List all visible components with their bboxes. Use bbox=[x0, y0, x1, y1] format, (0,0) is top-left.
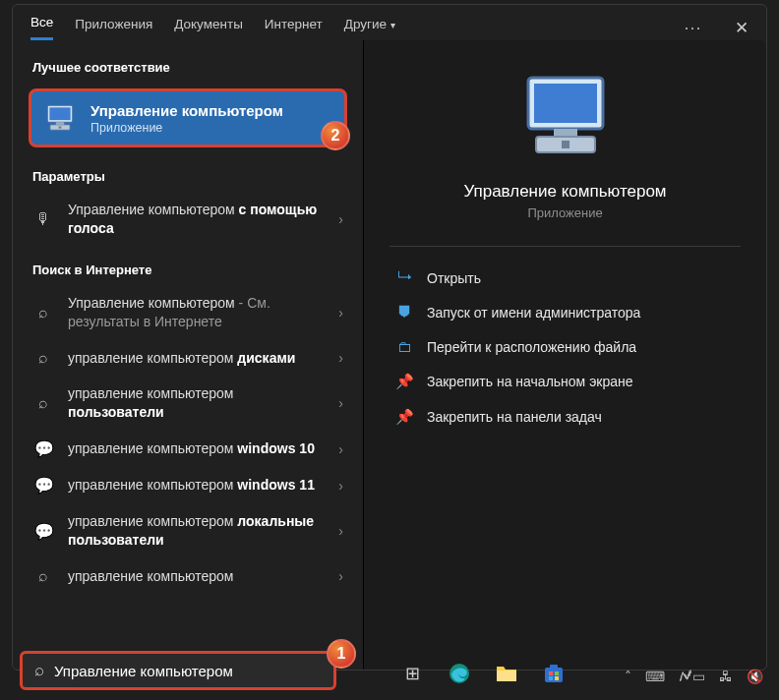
tab-documents[interactable]: Документы bbox=[174, 17, 243, 39]
annotation-badge-1: 1 bbox=[327, 639, 356, 669]
results-pane: Лучшее соответствие Управление компьютер… bbox=[13, 40, 363, 670]
web-result[interactable]: 💬 управление компьютером windows 11 › bbox=[13, 467, 363, 503]
microsoft-store-icon[interactable] bbox=[539, 659, 569, 688]
more-options-button[interactable]: ⋯ bbox=[684, 17, 703, 38]
svg-rect-6 bbox=[534, 84, 597, 123]
close-button[interactable]: ✕ bbox=[735, 18, 749, 38]
system-tray: ˄ ⌨ 🗲▭ 🖧 🔇 bbox=[625, 669, 763, 684]
taskbar-pinned: ⊞ bbox=[397, 659, 569, 688]
start-search-window: Все Приложения Документы Интернет Другие… bbox=[12, 4, 767, 671]
tab-apps[interactable]: Приложения bbox=[75, 17, 152, 39]
chevron-right-icon: › bbox=[338, 305, 343, 321]
result-text: управление компьютером локальные пользов… bbox=[68, 512, 323, 550]
search-icon: ⌕ bbox=[34, 394, 52, 412]
app-large-icon bbox=[518, 70, 613, 164]
detail-pane: Управление компьютером Приложение ⮡ Откр… bbox=[363, 40, 766, 670]
action-open[interactable]: ⮡ Открыть bbox=[390, 261, 741, 295]
best-match-result[interactable]: Управление компьютером Приложение 2 bbox=[29, 88, 347, 147]
tab-internet[interactable]: Интернет bbox=[265, 17, 323, 39]
svg-rect-11 bbox=[497, 671, 516, 681]
microphone-icon: 🎙 bbox=[34, 210, 52, 228]
chevron-right-icon: › bbox=[338, 350, 343, 366]
action-open-location[interactable]: 🗀 Перейти к расположению файла bbox=[390, 329, 741, 364]
svg-rect-7 bbox=[554, 129, 577, 137]
web-result[interactable]: 💬 управление компьютером локальные польз… bbox=[13, 503, 363, 558]
section-best-match: Лучшее соответствие bbox=[13, 44, 363, 83]
detail-subtitle: Приложение bbox=[527, 205, 602, 220]
edge-icon[interactable] bbox=[445, 659, 474, 688]
chevron-right-icon: › bbox=[338, 211, 343, 227]
result-text: управление компьютером дисками bbox=[68, 349, 323, 368]
action-label: Закрепить на начальном экране bbox=[427, 374, 633, 389]
keyboard-icon[interactable]: ⌨ bbox=[645, 669, 665, 684]
search-icon: ⌕ bbox=[34, 349, 52, 367]
svg-rect-14 bbox=[549, 671, 553, 675]
svg-rect-1 bbox=[49, 107, 70, 120]
result-text: Управление компьютером с помощью голоса bbox=[68, 201, 323, 238]
svg-rect-2 bbox=[56, 122, 65, 125]
svg-rect-16 bbox=[549, 676, 553, 680]
computer-management-icon bbox=[43, 101, 77, 135]
web-result[interactable]: 💬 управление компьютером windows 10 › bbox=[13, 431, 363, 467]
chevron-right-icon: › bbox=[338, 441, 343, 457]
result-text: управление компьютером пользователи bbox=[68, 384, 323, 422]
search-input[interactable] bbox=[54, 663, 322, 679]
chat-icon: 💬 bbox=[34, 439, 52, 458]
action-pin-taskbar[interactable]: 📌 Закрепить на панели задач bbox=[390, 399, 741, 435]
chevron-right-icon: › bbox=[338, 568, 343, 584]
tray-overflow-icon[interactable]: ˄ bbox=[625, 669, 631, 684]
web-result[interactable]: ⌕ управление компьютером дисками › bbox=[13, 340, 363, 377]
svg-rect-17 bbox=[555, 676, 559, 680]
annotation-badge-2: 2 bbox=[321, 121, 350, 150]
result-text: управление компьютером windows 11 bbox=[68, 476, 323, 495]
task-view-icon[interactable]: ⊞ bbox=[397, 659, 427, 688]
section-settings: Параметры bbox=[13, 153, 363, 192]
settings-result[interactable]: 🎙 Управление компьютером с помощью голос… bbox=[13, 192, 363, 247]
tab-more-label: Другие bbox=[344, 17, 387, 31]
network-icon[interactable]: 🖧 bbox=[719, 669, 733, 684]
result-text: управление компьютером bbox=[68, 567, 323, 586]
web-result[interactable]: ⌕ Управление компьютером - См. результат… bbox=[13, 285, 363, 340]
action-label: Закрепить на панели задач bbox=[427, 409, 602, 425]
admin-icon: ⛊ bbox=[395, 304, 413, 321]
web-result[interactable]: ⌕ управление компьютером › bbox=[13, 558, 363, 595]
folder-icon: 🗀 bbox=[395, 338, 413, 355]
svg-rect-15 bbox=[555, 671, 559, 675]
open-icon: ⮡ bbox=[395, 269, 413, 286]
svg-rect-12 bbox=[545, 668, 563, 682]
action-label: Запуск от имени администратора bbox=[427, 305, 640, 321]
result-text: управление компьютером windows 10 bbox=[68, 439, 323, 458]
chevron-down-icon: ▾ bbox=[390, 20, 395, 30]
search-icon: ⌕ bbox=[34, 567, 52, 585]
web-result[interactable]: ⌕ управление компьютером пользователи › bbox=[13, 376, 363, 431]
action-pin-start[interactable]: 📌 Закрепить на начальном экране bbox=[390, 364, 741, 399]
chevron-right-icon: › bbox=[338, 523, 343, 539]
tab-all[interactable]: Все bbox=[30, 15, 53, 40]
chat-icon: 💬 bbox=[34, 522, 52, 541]
search-icon: ⌕ bbox=[34, 304, 52, 321]
svg-rect-4 bbox=[59, 127, 62, 129]
action-label: Перейти к расположению файла bbox=[427, 339, 636, 355]
divider bbox=[390, 246, 741, 247]
tab-bar: Все Приложения Документы Интернет Другие… bbox=[13, 5, 766, 40]
svg-rect-9 bbox=[562, 141, 569, 148]
chat-icon: 💬 bbox=[34, 476, 52, 495]
result-text: Управление компьютером - См. результаты … bbox=[68, 294, 323, 331]
action-run-admin[interactable]: ⛊ Запуск от имени администратора bbox=[390, 295, 741, 329]
chevron-right-icon: › bbox=[338, 395, 343, 411]
best-match-text: Управление компьютером Приложение bbox=[90, 102, 283, 135]
chevron-right-icon: › bbox=[338, 478, 343, 494]
svg-rect-13 bbox=[550, 665, 558, 669]
tab-more[interactable]: Другие▾ bbox=[344, 17, 395, 39]
section-web: Поиск в Интернете bbox=[13, 247, 363, 285]
battery-icon[interactable]: 🗲▭ bbox=[679, 669, 705, 684]
action-label: Открыть bbox=[427, 270, 481, 286]
search-box[interactable]: ⌕ bbox=[20, 651, 336, 690]
pin-icon: 📌 bbox=[395, 373, 413, 390]
search-icon: ⌕ bbox=[34, 661, 44, 680]
best-match-title: Управление компьютером bbox=[90, 102, 283, 119]
volume-icon[interactable]: 🔇 bbox=[747, 669, 763, 684]
file-explorer-icon[interactable] bbox=[492, 659, 521, 688]
detail-title: Управление компьютером bbox=[463, 182, 666, 202]
best-match-subtitle: Приложение bbox=[90, 121, 283, 135]
